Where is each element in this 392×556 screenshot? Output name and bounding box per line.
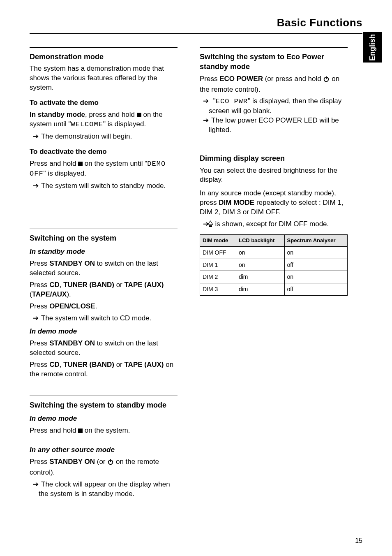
page-title: Basic Functions [30, 16, 362, 29]
section-title-dim: Dimming display screen [200, 153, 348, 163]
table-row: DIM 2 dim on [200, 271, 348, 283]
standby-result: The clock will appear on the display whe… [39, 480, 178, 499]
switch-on-step-3: Press OPEN/CLOSE. [30, 302, 178, 311]
sub-activate-demo: To activate the demo [30, 98, 178, 108]
dim-table: DIM mode LCD backlight Spectrum Analyser… [200, 234, 348, 296]
sub-in-standby: In standby mode [30, 247, 178, 257]
section-rule [30, 396, 178, 396]
stop-icon [78, 162, 83, 166]
right-column: Switching the system to Eco Power standb… [200, 44, 348, 499]
svg-rect-4 [209, 225, 212, 227]
section-rule [30, 229, 178, 229]
display-eco-pwr: ECO PWR [216, 97, 248, 105]
power-icon [107, 459, 114, 468]
table-row: DIM 1 on off [200, 259, 348, 271]
standby-demo-step: Press and hold on the system. [30, 426, 178, 436]
demo-intro: The system has a demonstration mode that… [30, 64, 178, 93]
eco-step: Press ECO POWER (or press and hold on th… [200, 74, 348, 95]
section-title-eco: Switching the system to Eco Power standb… [200, 52, 348, 72]
power-icon [323, 76, 330, 85]
sub-demo-mode: In demo mode [30, 414, 178, 424]
page-number: 15 [355, 537, 362, 544]
activate-prefix: In standby mode [30, 111, 85, 118]
display-welcome: WELCOME [71, 120, 103, 128]
stop-icon [78, 429, 83, 433]
section-title-switch-on: Switching on the system [30, 233, 178, 243]
table-header: DIM mode [200, 235, 236, 247]
table-row: DIM 3 dim off [200, 283, 348, 296]
dim-step: In any source mode (except standby mode)… [200, 189, 348, 217]
activate-result: The demonstration will begin. [39, 132, 178, 141]
deactivate-result: The system will switch to standby mode. [39, 181, 178, 191]
eco-result-2: The low power ECO POWER LED will be ligh… [209, 116, 348, 135]
table-header-row: DIM mode LCD backlight Spectrum Analyser [200, 235, 348, 247]
language-tab-label: English [368, 34, 376, 61]
section-title-standby: Switching the system to standby mode [30, 400, 178, 410]
section-rule [30, 47, 178, 48]
columns: Demonstration mode The system has a demo… [30, 44, 362, 499]
svg-rect-3 [326, 76, 327, 79]
switch-on-cd-result: The system will switch to CD mode. [39, 314, 178, 323]
sub-in-demo: In demo mode [30, 327, 178, 336]
section-rule [200, 149, 348, 149]
top-rule [30, 33, 362, 34]
svg-rect-1 [110, 459, 111, 462]
demo-on-step-2: Press CD, TUNER (BAND) or TAPE (AUX) on … [30, 360, 178, 379]
stop-icon [137, 113, 141, 117]
left-column: Demonstration mode The system has a demo… [30, 44, 178, 499]
deactivate-step: Press and hold on the system until "DEMO… [30, 159, 178, 179]
dim-intro: You can select the desired brightness fo… [200, 166, 348, 185]
sub-any-other-source: In any other source mode [30, 445, 178, 455]
section-rule [200, 47, 348, 48]
section-title-demo: Demonstration mode [30, 52, 178, 62]
sub-deactivate-demo: To deactivate the demo [30, 147, 178, 157]
standby-any-step: Press STANDBY ON (or on the remote contr… [30, 457, 178, 477]
dim-result: is shown, except for DIM OFF mode. [209, 220, 348, 230]
page: Basic Functions English Demonstration mo… [0, 0, 392, 556]
switch-on-step-2: Press CD, TUNER (BAND) or TAPE (AUX) (TA… [30, 280, 178, 299]
activate-step: In standby mode, press and hold on the s… [30, 110, 178, 130]
table-header: Spectrum Analyser [284, 235, 347, 247]
table-row: DIM OFF on on [200, 246, 348, 259]
table-header: LCD backlight [236, 235, 284, 247]
switch-on-step-1: Press STANDBY ON to switch on the last s… [30, 259, 178, 278]
eco-result-1: "ECO PWR" is displayed, then the display… [209, 97, 348, 116]
language-tab: English [363, 32, 382, 63]
demo-on-step-1: Press STANDBY ON to switch on the last s… [30, 339, 178, 358]
